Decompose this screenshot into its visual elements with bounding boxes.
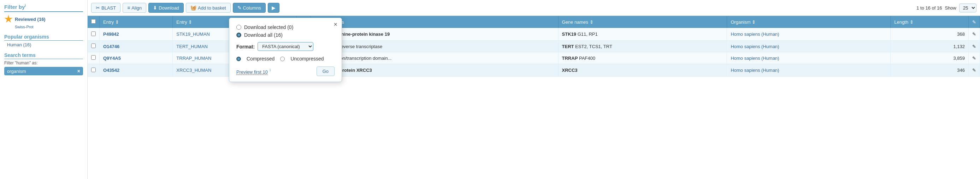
preview-first-10-link[interactable]: Preview first 10 [236, 69, 268, 75]
organism-link[interactable]: Homo sapiens (Human) [730, 44, 779, 49]
row-checkbox-cell[interactable] [88, 64, 100, 77]
row-checkbox[interactable] [91, 43, 96, 48]
table-row: O43542 XRCC3_HUMAN ★ DNA repair protein … [88, 64, 980, 77]
format-label: Format: [236, 44, 255, 50]
uncompressed-label[interactable]: Uncompressed [290, 56, 324, 62]
modal-close-button[interactable]: × [334, 21, 337, 28]
entry-link[interactable]: O14746 [103, 44, 119, 49]
go-button[interactable]: Go [317, 67, 334, 76]
preview-row: Preview first 10 i Go [236, 67, 334, 76]
compress-row: Compressed Uncompressed [236, 56, 334, 62]
row-organism-cell: Homo sapiens (Human) [727, 52, 891, 64]
row-edit-cell[interactable]: ✎ [969, 41, 980, 52]
download-button[interactable]: ⬇ Download [148, 3, 184, 13]
header-protein-names: Protein names [311, 16, 558, 28]
swissprot-label: Swiss-Prot [15, 25, 83, 29]
download-all-row: Download all (16) [236, 32, 334, 38]
organism-tag-label: organism [7, 69, 26, 74]
remove-filter-button[interactable]: × [77, 68, 80, 74]
reviewed-filter[interactable]: Reviewed (16) [4, 15, 83, 23]
header-checkbox[interactable] [88, 16, 100, 28]
results-table: Entry ⇕ Entry ⇕ » Protein names Gene nam… [88, 16, 980, 77]
header-gene-names[interactable]: Gene names ⇕ [558, 16, 727, 28]
organism-link[interactable]: Homo sapiens (Human) [730, 67, 779, 73]
send-button[interactable]: ▶ [268, 3, 280, 13]
row-checkbox[interactable] [91, 32, 96, 36]
filter-title: Filter byi [4, 3, 83, 12]
download-label: Download [159, 5, 179, 11]
row-protein-name-cell: DNA repair protein XRCC3 [311, 64, 558, 77]
row-protein-name-cell: Telomerase reverse transcriptase [311, 41, 558, 52]
download-selected-radio[interactable] [236, 25, 241, 30]
entry-link[interactable]: Q9Y4A5 [103, 56, 121, 61]
row-gene-names-cell: TERT EST2, TCS1, TRT [558, 41, 727, 52]
header-edit[interactable]: ✎ [969, 16, 980, 28]
filter-by-label: Filter by [4, 4, 25, 10]
columns-label: Columns [243, 5, 261, 11]
sidebar-item-human[interactable]: Human (16) [7, 42, 83, 47]
row-entry-cell: O43542 [100, 64, 173, 77]
columns-icon: ✎ [237, 5, 242, 11]
table-header-row: Entry ⇕ Entry ⇕ » Protein names Gene nam… [88, 16, 980, 28]
preview-section: Preview first 10 i [236, 68, 270, 74]
organism-link[interactable]: Homo sapiens (Human) [730, 56, 779, 61]
header-organism[interactable]: Organism ⇕ [727, 16, 891, 28]
columns-button[interactable]: ✎ Columns [233, 3, 266, 13]
format-select[interactable]: FASTA (canonical) [258, 42, 313, 51]
uncompressed-radio[interactable] [280, 57, 285, 61]
organism-filter-tag[interactable]: organism × [4, 67, 83, 75]
row-checkbox[interactable] [91, 67, 96, 72]
filter-as-label: Filter "human" as: [4, 61, 83, 66]
table-row: P49842 STK19_HUMAN ★ Serine/threonine-pr… [88, 28, 980, 41]
row-organism-cell: Homo sapiens (Human) [727, 64, 891, 77]
row-edit-cell[interactable]: ✎ [969, 52, 980, 64]
download-all-radio[interactable] [236, 32, 241, 37]
row-gene-names-cell: STK19 G11, RP1 [558, 28, 727, 41]
row-checkbox[interactable] [91, 55, 96, 60]
pagination-text: 1 to 16 of 16 [916, 5, 942, 11]
format-row: Format: FASTA (canonical) [236, 42, 334, 51]
toolbar-right: 1 to 16 of 16 Show 25 [916, 3, 977, 13]
toolbar: ✂ BLAST ≡ Align ⬇ Download 🧺 Add to bask… [88, 0, 980, 16]
align-label: Align [131, 5, 142, 11]
row-organism-cell: Homo sapiens (Human) [727, 28, 891, 41]
row-entry-cell: P49842 [100, 28, 173, 41]
row-organism-cell: Homo sapiens (Human) [727, 41, 891, 52]
align-icon: ≡ [127, 5, 130, 11]
blast-button[interactable]: ✂ BLAST [91, 3, 121, 13]
send-icon: ▶ [272, 5, 275, 11]
download-options-group: Download selected (0) Download all (16) [236, 24, 334, 38]
add-to-basket-button[interactable]: 🧺 Add to basket [186, 3, 231, 13]
row-edit-cell[interactable]: ✎ [969, 28, 980, 41]
show-select[interactable]: 25 [959, 3, 977, 13]
search-terms-title: Search terms [4, 52, 83, 59]
row-checkbox-cell[interactable] [88, 28, 100, 41]
row-checkbox-cell[interactable] [88, 52, 100, 64]
row-protein-name-cell: Serine/threonine-protein kinase 19 [311, 28, 558, 41]
download-selected-label[interactable]: Download selected (0) [244, 24, 293, 30]
table-row: Q9Y4A5 TRRAP_HUMAN Transformation/transc… [88, 52, 980, 64]
align-button[interactable]: ≡ Align [123, 3, 146, 13]
row-checkbox-cell[interactable] [88, 41, 100, 52]
popular-organisms-title: Popular organisms [4, 34, 83, 41]
row-length-cell: 346 [891, 64, 969, 77]
blast-label: BLAST [102, 5, 116, 11]
entry-link[interactable]: O43542 [103, 67, 119, 73]
main-content: ✂ BLAST ≡ Align ⬇ Download 🧺 Add to bask… [88, 0, 980, 179]
show-label: Show [945, 5, 956, 11]
row-length-cell: 368 [891, 28, 969, 41]
entry-link[interactable]: P49842 [103, 32, 119, 37]
preview-info-icon[interactable]: i [270, 68, 270, 72]
header-entry[interactable]: Entry ⇕ [100, 16, 173, 28]
header-length[interactable]: Length ⇕ [891, 16, 969, 28]
organism-link[interactable]: Homo sapiens (Human) [730, 32, 779, 37]
row-edit-cell[interactable]: ✎ [969, 64, 980, 77]
reviewed-label: Reviewed (16) [15, 17, 46, 22]
select-all-checkbox[interactable] [91, 19, 96, 24]
compressed-label[interactable]: Compressed [247, 56, 275, 62]
compressed-radio[interactable] [236, 57, 241, 61]
row-gene-names-cell: TRRAP PAF400 [558, 52, 727, 64]
row-entry-cell: O14746 [100, 41, 173, 52]
row-length-cell: 3,859 [891, 52, 969, 64]
download-all-label[interactable]: Download all (16) [244, 32, 283, 38]
